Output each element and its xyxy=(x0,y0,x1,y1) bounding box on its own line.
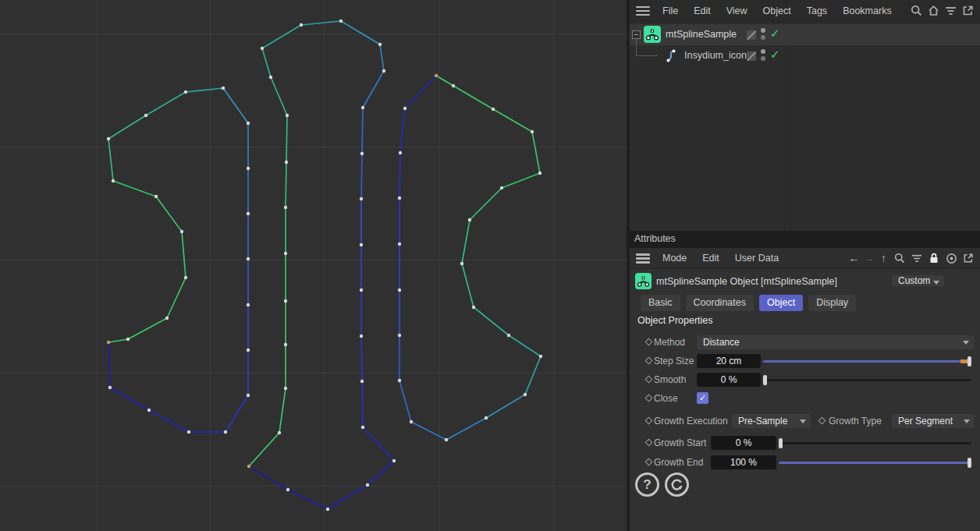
visibility-dots-icon[interactable] xyxy=(761,28,765,41)
reset-button[interactable] xyxy=(665,473,689,497)
property-row-growth-execution: Growth Execution Pre-Sample Growth Type … xyxy=(630,414,980,430)
object-label[interactable]: mtSplineSample xyxy=(666,29,737,40)
attributes-panel: Attributes Mode Edit User Data ← → ↑ xyxy=(630,231,980,531)
step-size-slider[interactable] xyxy=(763,356,971,366)
property-label: Method xyxy=(654,337,685,348)
parent-up-icon[interactable]: ↑ xyxy=(876,252,891,264)
keyframe-diamond-icon[interactable] xyxy=(645,376,653,384)
property-row-close: Close ✓ xyxy=(630,391,980,407)
growth-end-slider[interactable] xyxy=(779,458,971,468)
property-label: Step Size xyxy=(654,356,694,366)
slider-hot-zone xyxy=(960,359,968,363)
menu-user-data[interactable]: User Data xyxy=(727,253,786,264)
chevron-down-icon xyxy=(963,341,969,345)
growth-start-input[interactable]: 0 % xyxy=(711,436,776,450)
popout-icon[interactable] xyxy=(962,252,975,264)
keyframe-diamond-icon[interactable] xyxy=(645,338,653,346)
chevron-down-icon xyxy=(800,419,806,423)
filter-icon[interactable] xyxy=(944,5,957,17)
popout-icon[interactable] xyxy=(961,5,974,17)
menu-edit[interactable]: Edit xyxy=(686,5,719,16)
panel-menu-icon[interactable] xyxy=(636,253,650,263)
3d-viewport[interactable] xyxy=(0,0,627,531)
menu-edit[interactable]: Edit xyxy=(694,253,727,264)
right-panel: File Edit View Object Tags Bookmarks xyxy=(630,0,980,531)
record-target-icon[interactable] xyxy=(945,252,957,264)
growth-execution-dropdown[interactable]: Pre-Sample xyxy=(732,414,811,428)
application-window: File Edit View Object Tags Bookmarks xyxy=(0,0,980,531)
keyframe-diamond-icon[interactable] xyxy=(818,417,826,425)
section-title: Object Properties xyxy=(637,315,713,326)
property-label: Growth Start xyxy=(654,437,706,448)
growth-type-dropdown[interactable]: Per Segment xyxy=(892,414,975,428)
growth-end-input[interactable]: 100 % xyxy=(711,455,776,469)
property-row-growth-start: Growth Start 0 % xyxy=(630,436,980,451)
preset-dropdown[interactable]: Custom xyxy=(892,275,944,286)
layer-toggle-icon[interactable] xyxy=(747,30,756,40)
tree-row-mtsplinesample[interactable]: − mtSplineSample ✓ xyxy=(630,24,980,45)
menu-file[interactable]: File xyxy=(655,5,686,16)
attribute-tabs: Basic Coordinates Object Display xyxy=(641,295,856,311)
tab-coordinates[interactable]: Coordinates xyxy=(686,295,754,311)
keyframe-diamond-icon[interactable] xyxy=(645,458,653,466)
growth-execution-value: Pre-Sample xyxy=(738,416,787,427)
tree-branch-line xyxy=(636,39,658,56)
keyframe-diamond-icon[interactable] xyxy=(645,417,653,425)
keyframe-diamond-icon[interactable] xyxy=(645,439,653,447)
slider-handle[interactable] xyxy=(968,356,971,366)
lock-icon[interactable] xyxy=(928,252,940,264)
property-row-method: Method Distance xyxy=(630,335,980,351)
menu-view[interactable]: View xyxy=(719,5,755,16)
property-row-step-size: Step Size 20 cm xyxy=(630,354,980,370)
chevron-down-icon xyxy=(964,419,970,423)
filter-icon[interactable] xyxy=(911,252,923,264)
collapse-toggle-icon[interactable]: − xyxy=(632,30,641,39)
footer-buttons: ? xyxy=(630,473,723,501)
panel-menu-icon[interactable] xyxy=(636,6,650,16)
method-dropdown-value: Distance xyxy=(703,337,740,348)
attributes-panel-title: Attributes xyxy=(630,231,980,248)
property-label: Growth End xyxy=(654,457,703,468)
growth-type-value: Per Segment xyxy=(898,416,953,427)
tab-display[interactable]: Display xyxy=(808,295,856,311)
object-manager-tree: − mtSplineSample ✓ xyxy=(630,23,980,231)
search-icon[interactable] xyxy=(893,252,906,264)
slider-handle[interactable] xyxy=(763,375,767,385)
tab-object[interactable]: Object xyxy=(759,295,803,311)
search-icon[interactable] xyxy=(910,5,922,17)
spline-object-icon[interactable] xyxy=(664,48,677,66)
preset-dropdown-value: Custom xyxy=(898,275,930,286)
property-row-growth-end: Growth End 100 % xyxy=(630,455,980,471)
object-label[interactable]: Insydium_icon xyxy=(684,50,747,61)
close-checkbox[interactable]: ✓ xyxy=(697,392,708,404)
enabled-check-icon[interactable]: ✓ xyxy=(770,48,780,62)
menu-mode[interactable]: Mode xyxy=(655,253,694,264)
property-row-smooth: Smooth 0 % xyxy=(630,373,980,388)
enabled-check-icon[interactable]: ✓ xyxy=(770,27,780,41)
smooth-input[interactable]: 0 % xyxy=(697,373,761,387)
object-header-row: mtSplineSample Object [mtSplineSample] C… xyxy=(630,271,980,292)
tab-basic[interactable]: Basic xyxy=(641,295,680,311)
history-back-icon[interactable]: ← xyxy=(847,252,861,264)
menu-bookmarks[interactable]: Bookmarks xyxy=(835,5,900,16)
slider-handle[interactable] xyxy=(779,438,783,448)
object-manager-menubar: File Edit View Object Tags Bookmarks xyxy=(630,0,980,22)
keyframe-diamond-icon[interactable] xyxy=(645,357,653,365)
growth-start-slider[interactable] xyxy=(779,438,971,448)
help-button[interactable]: ? xyxy=(635,473,659,497)
layer-toggle-icon[interactable] xyxy=(747,51,756,61)
property-label: Growth Type xyxy=(829,416,882,427)
tree-row-insydium-icon[interactable]: Insydium_icon ✓ xyxy=(630,45,980,66)
home-icon[interactable] xyxy=(927,5,939,17)
chevron-down-icon xyxy=(933,281,939,285)
visibility-dots-icon[interactable] xyxy=(761,49,765,62)
history-forward-icon[interactable]: → xyxy=(861,252,876,264)
property-label: Smooth xyxy=(654,374,686,385)
smooth-slider[interactable] xyxy=(763,375,971,385)
menu-tags[interactable]: Tags xyxy=(799,5,835,16)
slider-handle[interactable] xyxy=(968,458,971,468)
menu-object[interactable]: Object xyxy=(755,5,799,16)
method-dropdown[interactable]: Distance xyxy=(697,335,974,349)
keyframe-diamond-icon[interactable] xyxy=(645,395,653,402)
step-size-input[interactable]: 20 cm xyxy=(697,354,761,368)
